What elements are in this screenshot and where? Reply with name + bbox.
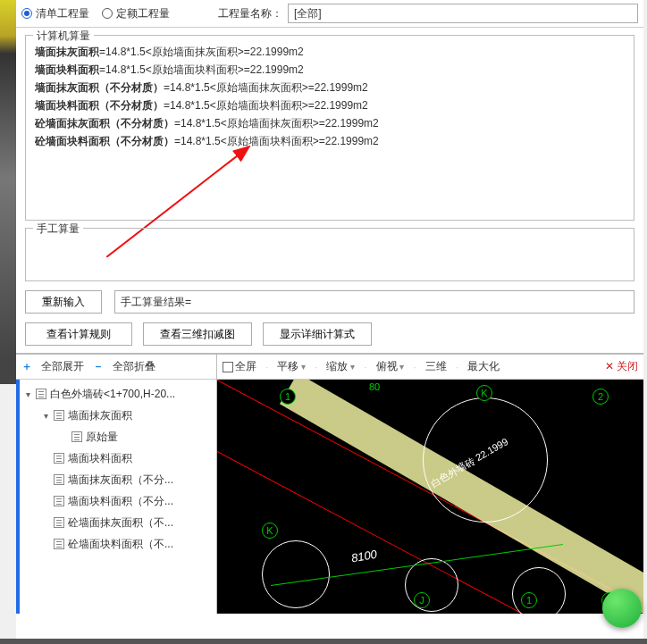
tree-item[interactable]: ▾墙面抹灰面积 — [18, 405, 214, 426]
tree-label: 砼墙面块料面积（不... — [68, 537, 173, 552]
grid-badge: K — [262, 523, 278, 539]
collapse-all-button[interactable]: 全部折叠 — [113, 359, 155, 374]
tree-label: 墙面抹灰面积（不分... — [68, 473, 173, 488]
quantity-name-label: 工程量名称： — [218, 6, 282, 21]
radio-label: 定额工程量 — [116, 6, 170, 21]
pan-button[interactable]: 平移 — [277, 359, 306, 374]
computed-legend: 计算机算量 — [33, 29, 94, 44]
viewer-toolbar: 全屏 · 平移 · 缩放 · 俯视 · 三维 · 最大化 ✕ 关闭 — [217, 355, 643, 380]
grid-badge: 1 — [280, 389, 296, 405]
doc-icon — [54, 539, 64, 549]
bottom-strip — [0, 639, 647, 644]
tree-label: 墙面抹灰面积 — [68, 408, 132, 423]
view-3d-deduct-button[interactable]: 查看三维扣减图 — [143, 322, 252, 346]
computed-fieldset: 计算机算量 墙面抹灰面积=14.8*1.5<原始墙面抹灰面积>=22.1999m… — [25, 35, 634, 221]
tree-item[interactable]: 原始量 — [18, 426, 214, 447]
tree-item[interactable]: 墙面抹灰面积（不分... — [18, 469, 214, 490]
grid-badge: 2 — [592, 389, 609, 405]
doc-icon — [71, 431, 82, 442]
doc-icon — [54, 517, 64, 528]
fullscreen-icon — [223, 362, 233, 372]
maximize-button[interactable]: 最大化 — [467, 359, 500, 374]
close-button[interactable]: ✕ 关闭 — [605, 359, 638, 374]
show-detail-button[interactable]: 显示详细计算式 — [263, 322, 372, 346]
tree-label: 白色外墙砖<1+700,H-20... — [50, 387, 175, 402]
doc-icon — [36, 389, 46, 399]
cad-canvas[interactable]: 1 2 K K J 1 H 8100 80 白色外墙砖 22.1999 — [217, 380, 643, 614]
help-fab[interactable] — [602, 589, 642, 628]
topview-button[interactable]: 俯视 — [376, 359, 405, 374]
tree-item[interactable]: 墙面块料面积（不分... — [18, 490, 214, 512]
computed-lines: 墙面抹灰面积=14.8*1.5<原始墙面抹灰面积>=22.1999m2 墙面块料… — [35, 43, 625, 213]
dimension-label: 8100 — [350, 548, 378, 565]
collapse-all-icon[interactable]: － — [93, 359, 104, 374]
tree-item[interactable]: 墙面块料面积 — [18, 447, 214, 469]
tree-root[interactable]: ▾白色外墙砖<1+700,H-20... — [18, 383, 214, 405]
radio-label: 清单工程量 — [36, 6, 89, 21]
doc-icon — [54, 474, 64, 485]
grid-badge: K — [476, 385, 492, 401]
grid-badge: 1 — [521, 592, 537, 608]
tree-label: 墙面块料面积（不分... — [68, 494, 173, 509]
quantity-name-combo[interactable]: [全部] — [288, 4, 638, 23]
doc-icon — [54, 453, 64, 464]
tree-label: 砼墙面抹灰面积（不... — [68, 515, 173, 531]
radio-quota-quantity[interactable]: 定额工程量 — [102, 6, 170, 21]
tree-item[interactable]: 砼墙面抹灰面积（不... — [18, 512, 214, 533]
threeD-button[interactable]: 三维 — [425, 359, 447, 374]
tree: ▾白色外墙砖<1+700,H-20... ▾墙面抹灰面积 原始量 墙面块料面积 … — [16, 380, 216, 614]
tree-toolbar: ＋ 全部展开 － 全部折叠 — [16, 355, 216, 380]
expand-all-button[interactable]: 全部展开 — [41, 359, 84, 374]
tree-label: 墙面块料面积 — [68, 451, 132, 466]
manual-legend: 手工算量 — [33, 222, 83, 237]
fullscreen-button[interactable]: 全屏 — [223, 359, 256, 374]
expand-all-icon[interactable]: ＋ — [21, 359, 32, 374]
reinput-button[interactable]: 重新输入 — [25, 290, 102, 314]
tree-item[interactable]: 砼墙面块料面积（不... — [18, 533, 214, 555]
grid-badge: J — [414, 592, 430, 608]
manual-result-box: 手工算量结果= — [114, 290, 634, 314]
dimension-label: 80 — [369, 381, 380, 392]
top-option-row: 清单工程量 定额工程量 工程量名称： [全部] — [16, 0, 643, 28]
doc-icon — [54, 496, 64, 506]
zoom-button[interactable]: 缩放 — [326, 359, 355, 374]
tree-pane: ＋ 全部展开 － 全部折叠 ▾白色外墙砖<1+700,H-20... ▾墙面抹灰… — [16, 355, 217, 614]
tree-label: 原始量 — [86, 430, 118, 445]
radio-list-quantity[interactable]: 清单工程量 — [21, 6, 89, 21]
view-rule-button[interactable]: 查看计算规则 — [25, 322, 132, 346]
manual-fieldset: 手工算量 — [25, 228, 634, 281]
viewer-pane: 全屏 · 平移 · 缩放 · 俯视 · 三维 · 最大化 ✕ 关闭 — [217, 355, 643, 614]
doc-icon — [54, 410, 64, 421]
